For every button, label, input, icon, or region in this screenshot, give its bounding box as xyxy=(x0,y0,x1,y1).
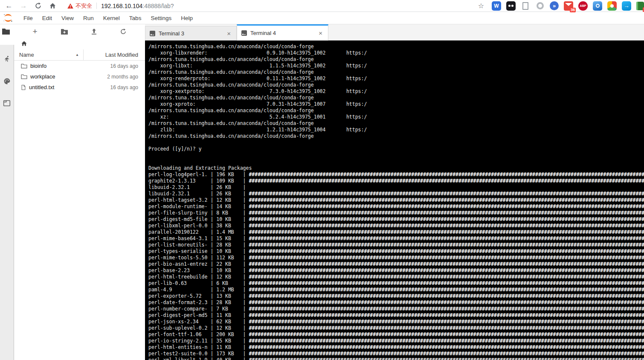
tab-terminal-4[interactable]: Terminal 4× xyxy=(237,24,328,41)
file-modified: 2 months ago xyxy=(107,74,138,80)
folder-icon xyxy=(21,64,27,69)
sidebar-tab-open-tabs[interactable] xyxy=(1,96,13,110)
file-browser: + Name ▲ Last Modified bioi xyxy=(14,24,145,360)
terminal-icon xyxy=(241,30,247,36)
menu-file[interactable]: File xyxy=(19,15,38,21)
disc-extension-icon[interactable] xyxy=(593,1,602,11)
w-extension-icon[interactable]: W xyxy=(492,1,501,11)
file-row-untitled.txt[interactable]: untitled.txt16 days ago xyxy=(14,82,145,93)
tabs-icon xyxy=(3,100,11,107)
jupyter-logo-icon xyxy=(3,13,13,23)
column-header-name[interactable]: Name ▲ xyxy=(14,49,83,60)
menu-run[interactable]: Run xyxy=(78,15,99,21)
menu-items: FileEditViewRunKernelTabsSettingsHelp xyxy=(19,14,197,22)
tab-label: Terminal 3 xyxy=(159,30,226,37)
file-browser-toolbar: + xyxy=(14,24,145,39)
chevrons-extension-icon[interactable]: » xyxy=(550,1,559,10)
sidebar-tab-files[interactable] xyxy=(0,24,12,39)
file-list: bioinfo16 days agoworkplace2 months agou… xyxy=(14,61,145,93)
omnibox-divider xyxy=(96,3,97,9)
refresh-icon[interactable] xyxy=(32,1,44,11)
new-launcher-icon[interactable]: + xyxy=(29,26,41,37)
mail-extension-icon[interactable]: 36 xyxy=(564,1,573,11)
terminal-icon xyxy=(150,31,155,36)
book-extension-icon[interactable]: 1 xyxy=(636,2,644,10)
breadcrumb-home-icon[interactable] xyxy=(21,41,27,48)
sidebar-tab-commands[interactable] xyxy=(1,74,13,88)
security-warning-icon xyxy=(67,3,73,9)
menu-view[interactable]: View xyxy=(57,15,78,21)
terminal-output: /mirrors.tuna.tsinghua.edu.cn/anaconda/c… xyxy=(145,41,644,360)
menu-kernel[interactable]: Kernel xyxy=(99,15,125,21)
file-row-workplace[interactable]: workplace2 months ago xyxy=(14,71,145,82)
file-name: workplace xyxy=(30,73,107,80)
file-modified: 16 days ago xyxy=(110,84,138,90)
folder-icon xyxy=(21,74,27,79)
close-icon[interactable]: × xyxy=(226,30,232,37)
upload-icon[interactable] xyxy=(88,26,99,37)
file-modified: 16 days ago xyxy=(110,63,138,69)
palette-icon xyxy=(3,78,11,85)
close-icon[interactable]: × xyxy=(317,29,324,37)
file-name: bioinfo xyxy=(30,63,110,69)
browser-toolbar: ← → 不安全 192.168.10.104:48888/lab? ☆ W » … xyxy=(0,0,644,12)
terminal-panel[interactable]: /mirrors.tuna.tsinghua.edu.cn/anaconda/c… xyxy=(145,41,644,360)
new-folder-icon[interactable] xyxy=(59,26,70,37)
address-bar[interactable]: 不安全 192.168.10.104:48888/lab? ☆ xyxy=(67,1,487,11)
ring-extension-icon[interactable] xyxy=(535,1,545,11)
tab-arrow-extension-icon[interactable]: → xyxy=(622,1,631,11)
security-warning-label: 不安全 xyxy=(75,2,92,10)
url-path: :48888/lab? xyxy=(142,3,174,9)
mail-badge: 36 xyxy=(570,8,576,12)
menu-help[interactable]: Help xyxy=(176,15,197,21)
dock-tab-bar: Terminal 3×Terminal 4× xyxy=(145,24,644,41)
forward-icon[interactable]: → xyxy=(18,1,29,11)
back-icon[interactable]: ← xyxy=(3,1,15,11)
menu-edit[interactable]: Edit xyxy=(38,15,57,21)
menu-settings[interactable]: Settings xyxy=(146,15,176,21)
bookmark-star-icon[interactable]: ☆ xyxy=(478,2,484,10)
menu-tabs[interactable]: Tabs xyxy=(125,15,146,21)
breadcrumb xyxy=(14,39,145,49)
tab-terminal-3[interactable]: Terminal 3× xyxy=(145,26,237,40)
file-icon xyxy=(21,84,26,90)
tab-label: Terminal 4 xyxy=(250,30,317,36)
file-list-header: Name ▲ Last Modified xyxy=(14,49,145,61)
page-extension-icon[interactable] xyxy=(521,1,530,11)
download-extension-icon[interactable]: ↓ xyxy=(607,1,617,11)
home-icon[interactable] xyxy=(47,1,58,11)
folder-icon xyxy=(2,28,10,35)
eyes-extension-icon[interactable] xyxy=(506,1,516,11)
url-host: 192.168.10.104 xyxy=(101,3,142,9)
jupyter-menubar: FileEditViewRunKernelTabsSettingsHelp xyxy=(0,12,644,24)
sort-ascending-icon: ▲ xyxy=(75,53,79,57)
column-header-last-modified[interactable]: Last Modified xyxy=(83,49,145,60)
extension-tray: W » 36 ABP ↓ → 1 xyxy=(487,1,644,11)
activity-sidebar xyxy=(0,24,14,360)
url-text: 192.168.10.104:48888/lab? xyxy=(101,3,174,9)
refresh-file-list-icon[interactable] xyxy=(118,26,129,37)
file-row-bioinfo[interactable]: bioinfo16 days ago xyxy=(14,61,145,71)
running-man-icon xyxy=(3,55,11,63)
file-name: untitled.txt xyxy=(29,84,110,90)
sidebar-tab-running[interactable] xyxy=(1,52,13,66)
adblock-extension-icon[interactable]: ABP xyxy=(578,1,588,11)
